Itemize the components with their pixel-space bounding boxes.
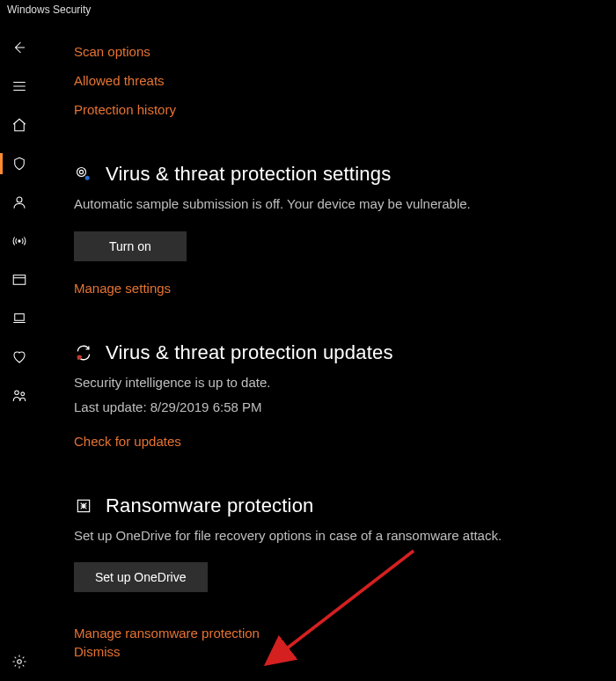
- antenna-icon: [11, 233, 28, 249]
- allowed-threats-link[interactable]: Allowed threats: [74, 73, 595, 88]
- svg-rect-3: [15, 314, 25, 321]
- svg-point-8: [77, 168, 86, 177]
- manage-ransomware-link[interactable]: Manage ransomware protection: [74, 626, 595, 641]
- svg-point-9: [85, 176, 90, 180]
- home-icon: [11, 117, 27, 133]
- shield-icon: [11, 156, 27, 172]
- updates-status-text: Security intelligence is up to date.: [74, 373, 595, 392]
- nav-account[interactable]: [0, 183, 39, 222]
- ransomware-section-title: Ransomware protection: [106, 494, 314, 517]
- gear-icon: [11, 654, 27, 670]
- window-title: Windows Security: [7, 4, 91, 16]
- nav-home[interactable]: [0, 106, 39, 144]
- nav-family[interactable]: [0, 377, 39, 415]
- nav-device-health[interactable]: [0, 338, 39, 377]
- svg-point-0: [17, 197, 22, 202]
- refresh-icon: [74, 343, 93, 362]
- back-button[interactable]: [0, 28, 39, 67]
- laptop-icon: [11, 311, 27, 326]
- ransomware-icon: [74, 496, 93, 516]
- svg-point-5: [21, 392, 25, 396]
- family-icon: [11, 388, 28, 404]
- settings-warning-text: Automatic sample submission is off. Your…: [74, 194, 595, 214]
- check-updates-link[interactable]: Check for updates: [74, 434, 595, 449]
- app-window-icon: [11, 272, 27, 288]
- svg-point-4: [15, 391, 19, 395]
- window-titlebar: Windows Security: [0, 0, 616, 25]
- manage-settings-link[interactable]: Manage settings: [74, 281, 595, 296]
- nav-device-security[interactable]: [0, 299, 39, 338]
- heart-icon: [11, 349, 27, 365]
- nav-rail: [0, 25, 39, 681]
- svg-point-10: [77, 355, 82, 359]
- setup-onedrive-button[interactable]: Set up OneDrive: [74, 562, 208, 592]
- nav-virus-threat[interactable]: [0, 144, 39, 183]
- nav-firewall[interactable]: [0, 222, 39, 260]
- svg-point-1: [18, 240, 20, 242]
- nav-settings[interactable]: [0, 642, 39, 681]
- dismiss-link[interactable]: Dismiss: [74, 644, 595, 659]
- turn-on-button[interactable]: Turn on: [74, 231, 187, 261]
- person-icon: [11, 194, 27, 210]
- ransomware-desc-text: Set up OneDrive for file recovery option…: [74, 526, 595, 546]
- updates-section-title: Virus & threat protection updates: [106, 341, 393, 364]
- svg-rect-2: [13, 275, 26, 285]
- hamburger-menu[interactable]: [0, 67, 39, 106]
- menu-icon: [11, 78, 27, 94]
- main-content: Scan options Allowed threats Protection …: [39, 25, 616, 681]
- svg-point-7: [79, 170, 83, 173]
- nav-app-browser[interactable]: [0, 260, 39, 299]
- protection-history-link[interactable]: Protection history: [74, 102, 595, 117]
- scan-options-link[interactable]: Scan options: [74, 44, 595, 59]
- last-update-text: Last update: 8/29/2019 6:58 PM: [74, 399, 595, 414]
- settings-section-title: Virus & threat protection settings: [106, 163, 391, 186]
- arrow-left-icon: [11, 40, 27, 55]
- settings-gear-icon: [74, 165, 93, 184]
- svg-point-6: [18, 660, 22, 664]
